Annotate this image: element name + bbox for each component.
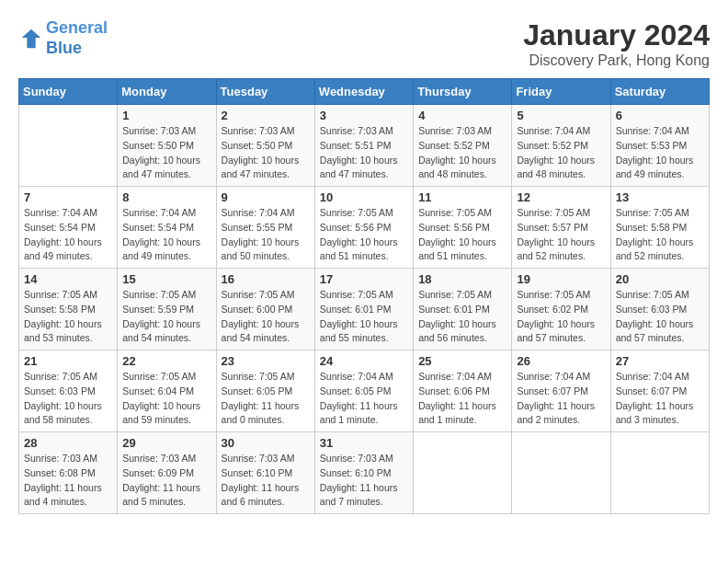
calendar-cell: 22Sunrise: 7:05 AMSunset: 6:04 PMDayligh… [118,350,216,432]
day-detail: Sunrise: 7:04 AMSunset: 6:07 PMDaylight:… [616,370,704,428]
day-number: 9 [222,190,310,204]
logo-line2: Blue [46,39,82,57]
calendar-cell: 3Sunrise: 7:03 AMSunset: 5:51 PMDaylight… [314,105,413,187]
day-number: 23 [222,354,310,368]
day-detail: Sunrise: 7:05 AMSunset: 5:56 PMDaylight:… [320,206,408,264]
calendar-week-row: 7Sunrise: 7:04 AMSunset: 5:54 PMDaylight… [19,187,710,269]
calendar-cell: 13Sunrise: 7:05 AMSunset: 5:58 PMDayligh… [610,187,709,269]
calendar-cell: 2Sunrise: 7:03 AMSunset: 5:50 PMDaylight… [216,105,314,187]
day-number: 17 [320,272,408,286]
calendar-cell: 5Sunrise: 7:04 AMSunset: 5:52 PMDaylight… [512,105,610,187]
logo-line1: General [46,18,108,37]
calendar-cell [512,432,610,514]
calendar-cell: 10Sunrise: 7:05 AMSunset: 5:56 PMDayligh… [314,187,413,269]
calendar-cell: 1Sunrise: 7:03 AMSunset: 5:50 PMDaylight… [118,105,216,187]
day-detail: Sunrise: 7:05 AMSunset: 6:03 PMDaylight:… [616,288,704,346]
day-detail: Sunrise: 7:04 AMSunset: 5:54 PMDaylight:… [122,206,210,264]
day-number: 3 [320,109,408,122]
day-number: 18 [418,272,506,286]
svg-marker-1 [22,29,41,48]
calendar-cell: 29Sunrise: 7:03 AMSunset: 6:09 PMDayligh… [118,432,216,514]
day-number: 5 [517,109,605,122]
calendar-cell: 31Sunrise: 7:03 AMSunset: 6:10 PMDayligh… [314,432,413,514]
calendar-week-row: 1Sunrise: 7:03 AMSunset: 5:50 PMDaylight… [19,105,710,187]
calendar-week-row: 21Sunrise: 7:05 AMSunset: 6:03 PMDayligh… [19,350,710,432]
day-detail: Sunrise: 7:03 AMSunset: 5:50 PMDaylight:… [222,124,310,182]
day-detail: Sunrise: 7:03 AMSunset: 5:50 PMDaylight:… [122,124,210,182]
day-header-thursday: Thursday [414,79,512,105]
calendar-title: January 2024 [523,18,710,52]
day-number: 15 [122,272,210,286]
logo-text: General Blue [46,18,108,58]
calendar-cell: 23Sunrise: 7:05 AMSunset: 6:05 PMDayligh… [216,350,314,432]
day-header-tuesday: Tuesday [216,79,314,105]
day-detail: Sunrise: 7:03 AMSunset: 6:10 PMDaylight:… [320,452,408,510]
day-number: 14 [24,272,112,286]
title-section: January 2024 Discovery Park, Hong Kong [523,18,710,69]
day-detail: Sunrise: 7:04 AMSunset: 5:53 PMDaylight:… [616,124,704,182]
day-detail: Sunrise: 7:05 AMSunset: 6:01 PMDaylight:… [418,288,506,346]
day-detail: Sunrise: 7:05 AMSunset: 5:57 PMDaylight:… [517,206,605,264]
calendar-cell: 17Sunrise: 7:05 AMSunset: 6:01 PMDayligh… [314,269,413,350]
calendar-cell: 7Sunrise: 7:04 AMSunset: 5:54 PMDaylight… [19,187,118,269]
page-header: General Blue January 2024 Discovery Park… [18,18,710,69]
day-detail: Sunrise: 7:04 AMSunset: 5:52 PMDaylight:… [517,124,605,182]
day-detail: Sunrise: 7:05 AMSunset: 6:03 PMDaylight:… [24,370,112,428]
calendar-cell: 19Sunrise: 7:05 AMSunset: 6:02 PMDayligh… [512,269,610,350]
calendar-week-row: 14Sunrise: 7:05 AMSunset: 5:58 PMDayligh… [19,269,710,350]
calendar-cell: 11Sunrise: 7:05 AMSunset: 5:56 PMDayligh… [414,187,512,269]
day-number: 2 [222,109,310,122]
calendar-cell: 8Sunrise: 7:04 AMSunset: 5:54 PMDaylight… [118,187,216,269]
calendar-cell: 16Sunrise: 7:05 AMSunset: 6:00 PMDayligh… [216,269,314,350]
calendar-cell [414,432,512,514]
day-number: 25 [418,354,506,368]
day-number: 30 [222,436,310,450]
day-detail: Sunrise: 7:03 AMSunset: 5:51 PMDaylight:… [320,124,408,182]
calendar-cell [19,105,118,187]
calendar-cell: 9Sunrise: 7:04 AMSunset: 5:55 PMDaylight… [216,187,314,269]
day-number: 26 [517,354,605,368]
day-number: 1 [122,109,210,122]
day-detail: Sunrise: 7:05 AMSunset: 5:58 PMDaylight:… [616,206,704,264]
calendar-cell: 14Sunrise: 7:05 AMSunset: 5:58 PMDayligh… [19,269,118,350]
calendar-week-row: 28Sunrise: 7:03 AMSunset: 6:08 PMDayligh… [19,432,710,514]
day-detail: Sunrise: 7:05 AMSunset: 5:58 PMDaylight:… [24,288,112,346]
calendar-cell [610,432,709,514]
day-header-friday: Friday [512,79,610,105]
day-detail: Sunrise: 7:05 AMSunset: 6:01 PMDaylight:… [320,288,408,346]
day-header-monday: Monday [118,79,216,105]
day-detail: Sunrise: 7:04 AMSunset: 6:05 PMDaylight:… [320,370,408,428]
day-detail: Sunrise: 7:03 AMSunset: 6:10 PMDaylight:… [222,452,310,510]
calendar-cell: 15Sunrise: 7:05 AMSunset: 5:59 PMDayligh… [118,269,216,350]
day-number: 20 [616,272,704,286]
day-number: 28 [24,436,112,450]
calendar-cell: 25Sunrise: 7:04 AMSunset: 6:06 PMDayligh… [414,350,512,432]
day-header-saturday: Saturday [610,79,709,105]
day-number: 31 [320,436,408,450]
day-number: 22 [122,354,210,368]
day-number: 29 [122,436,210,450]
day-detail: Sunrise: 7:03 AMSunset: 6:09 PMDaylight:… [122,452,210,510]
logo-icon [18,26,44,52]
day-number: 16 [222,272,310,286]
calendar-cell: 26Sunrise: 7:04 AMSunset: 6:07 PMDayligh… [512,350,610,432]
day-number: 12 [517,190,605,204]
calendar-cell: 12Sunrise: 7:05 AMSunset: 5:57 PMDayligh… [512,187,610,269]
day-detail: Sunrise: 7:05 AMSunset: 6:04 PMDaylight:… [122,370,210,428]
day-detail: Sunrise: 7:05 AMSunset: 5:59 PMDaylight:… [122,288,210,346]
calendar-cell: 24Sunrise: 7:04 AMSunset: 6:05 PMDayligh… [314,350,413,432]
calendar-header-row: SundayMondayTuesdayWednesdayThursdayFrid… [19,79,710,105]
day-header-wednesday: Wednesday [314,79,413,105]
day-number: 7 [24,190,112,204]
day-number: 24 [320,354,408,368]
day-detail: Sunrise: 7:05 AMSunset: 6:02 PMDaylight:… [517,288,605,346]
day-number: 21 [24,354,112,368]
calendar-cell: 20Sunrise: 7:05 AMSunset: 6:03 PMDayligh… [610,269,709,350]
day-detail: Sunrise: 7:03 AMSunset: 5:52 PMDaylight:… [418,124,506,182]
logo: General Blue [18,18,108,58]
day-number: 10 [320,190,408,204]
calendar-cell: 30Sunrise: 7:03 AMSunset: 6:10 PMDayligh… [216,432,314,514]
day-detail: Sunrise: 7:04 AMSunset: 6:06 PMDaylight:… [418,370,506,428]
day-number: 27 [616,354,704,368]
calendar-cell: 18Sunrise: 7:05 AMSunset: 6:01 PMDayligh… [414,269,512,350]
